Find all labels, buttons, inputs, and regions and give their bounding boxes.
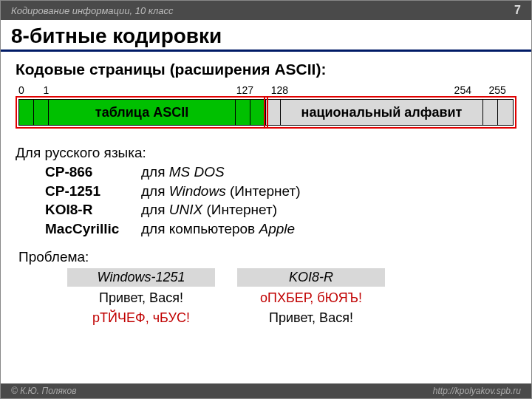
cp-code: KOI8-R	[45, 200, 141, 219]
label-254: 254	[454, 84, 471, 96]
label-127: 127	[236, 84, 253, 96]
content: Кодовые страницы (расширения ASCII): 0 1…	[1, 52, 531, 327]
diagram-labels: 0 1 127 128 254 255	[18, 84, 514, 98]
national-segment: национальный алфавит	[266, 100, 513, 125]
byte-diagram: 0 1 127 128 254 255 таблица ASCII национ…	[18, 84, 514, 132]
list-item: CP-1251 для Windows (Интернет)	[45, 182, 516, 201]
slide-footer: © К.Ю. Поляков http://kpolyakov.spb.ru	[1, 383, 531, 398]
list-item: CP-866 для MS DOS	[45, 163, 516, 182]
list-intro: Для русского языка:	[16, 145, 516, 161]
sample-garbled: оПХБЕР, бЮЯЪ!	[237, 290, 385, 307]
example-columns: Windows-1251 Привет, Вася! рТЙЧЕФ, чБУС!…	[67, 268, 516, 327]
cp-code: CP-1251	[45, 182, 141, 201]
byte-bar: таблица ASCII национальный алфавит	[18, 99, 514, 126]
cp-desc: для компьютеров Apple	[141, 219, 295, 239]
slide-title: 8-битные кодировки	[1, 20, 531, 52]
problem-label: Проблема:	[18, 249, 516, 265]
page-number: 7	[514, 4, 521, 17]
col-head: Windows-1251	[67, 268, 215, 287]
col-koi8: KOI8-R оПХБЕР, бЮЯЪ! Привет, Вася!	[237, 268, 385, 327]
label-0: 0	[18, 84, 24, 96]
list-item: KOI8-R для UNIX (Интернет)	[45, 200, 516, 219]
national-label: национальный алфавит	[281, 100, 483, 125]
label-255: 255	[489, 84, 506, 96]
col-windows: Windows-1251 Привет, Вася! рТЙЧЕФ, чБУС!	[67, 268, 215, 327]
sample-ok: Привет, Вася!	[237, 310, 385, 327]
ascii-segment: таблица ASCII	[19, 100, 266, 125]
col-head: KOI8-R	[237, 268, 385, 287]
sample-ok: Привет, Вася!	[67, 290, 215, 307]
cp-code: CP-866	[45, 163, 141, 182]
cp-desc: для MS DOS	[141, 163, 225, 182]
label-1: 1	[44, 84, 50, 96]
footer-url: http://kpolyakov.spb.ru	[433, 386, 521, 396]
cp-code: MacCyrillic	[45, 219, 141, 239]
subtitle: Кодовые страницы (расширения ASCII):	[16, 61, 516, 78]
cp-desc: для UNIX (Интернет)	[141, 200, 277, 219]
topic: Кодирование информации, 10 класс	[11, 5, 173, 16]
label-128: 128	[271, 84, 288, 96]
ascii-label: таблица ASCII	[49, 100, 236, 125]
slide-header: Кодирование информации, 10 класс 7	[1, 1, 531, 20]
copyright: © К.Ю. Поляков	[11, 386, 76, 396]
sample-garbled: рТЙЧЕФ, чБУС!	[67, 310, 215, 327]
list-item: MacCyrillic для компьютеров Apple	[45, 219, 516, 239]
cp-desc: для Windows (Интернет)	[141, 182, 301, 201]
codepage-list: CP-866 для MS DOS CP-1251 для Windows (И…	[45, 163, 516, 239]
